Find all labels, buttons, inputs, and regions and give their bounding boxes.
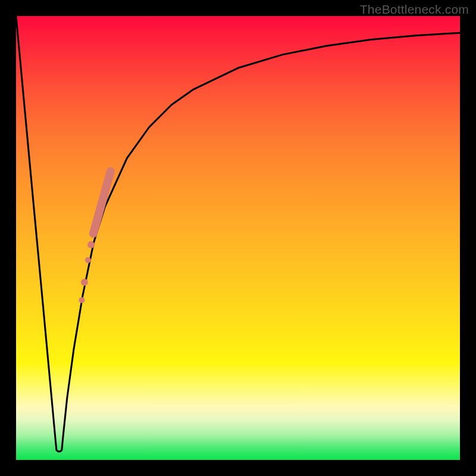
- curve-marker-dot: [85, 257, 91, 263]
- attribution-text: TheBottleneck.com: [360, 2, 469, 17]
- curve-marker-dot: [81, 279, 88, 286]
- curve-marker-dot: [79, 297, 84, 303]
- bottleneck-curve-svg: [16, 16, 460, 460]
- curve-marker-dot: [87, 241, 95, 248]
- marker-group: [79, 171, 111, 303]
- bottleneck-curve: [16, 16, 460, 452]
- chart-frame: TheBottleneck.com: [0, 0, 476, 476]
- curve-marker-segment: [93, 171, 111, 233]
- plot-area: [16, 16, 460, 460]
